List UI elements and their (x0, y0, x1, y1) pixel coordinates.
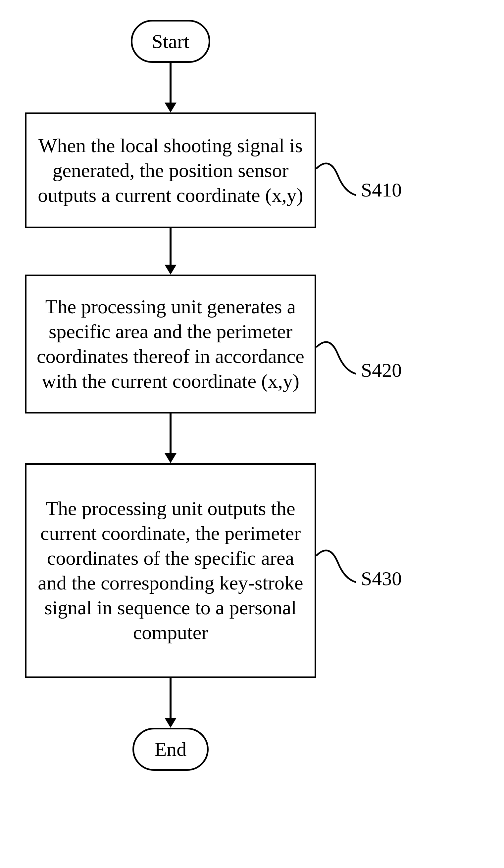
terminator-end: End (132, 728, 209, 771)
connector-s420 (316, 338, 359, 377)
arrow-head-start-to-s410 (164, 103, 177, 113)
step-s430-label: S430 (361, 567, 402, 590)
arrow-head-s410-to-s420 (164, 265, 177, 275)
step-s430-box: The processing unit outputs the current … (25, 463, 316, 678)
arrow-s430-to-end (170, 678, 172, 718)
connector-s410 (316, 159, 359, 198)
step-s420-label: S420 (361, 359, 402, 382)
terminator-start: Start (131, 20, 210, 63)
step-s420-box: The processing unit generates a specific… (25, 275, 316, 413)
arrow-s420-to-s430 (170, 413, 172, 453)
step-s410-label: S410 (361, 179, 402, 202)
connector-s430 (316, 546, 359, 586)
arrow-start-to-s410 (170, 63, 172, 103)
step-s420-text: The processing unit generates a specific… (33, 294, 308, 394)
arrow-s410-to-s420 (170, 228, 172, 265)
terminator-end-text: End (155, 738, 187, 761)
step-s430-text: The processing unit outputs the current … (33, 496, 308, 645)
flowchart-canvas: Start When the local shooting signal is … (0, 0, 504, 868)
step-s410-box: When the local shooting signal is genera… (25, 113, 316, 228)
arrow-head-s420-to-s430 (164, 453, 177, 463)
terminator-start-text: Start (152, 30, 189, 53)
arrow-head-s430-to-end (164, 718, 177, 728)
step-s410-text: When the local shooting signal is genera… (33, 133, 308, 208)
